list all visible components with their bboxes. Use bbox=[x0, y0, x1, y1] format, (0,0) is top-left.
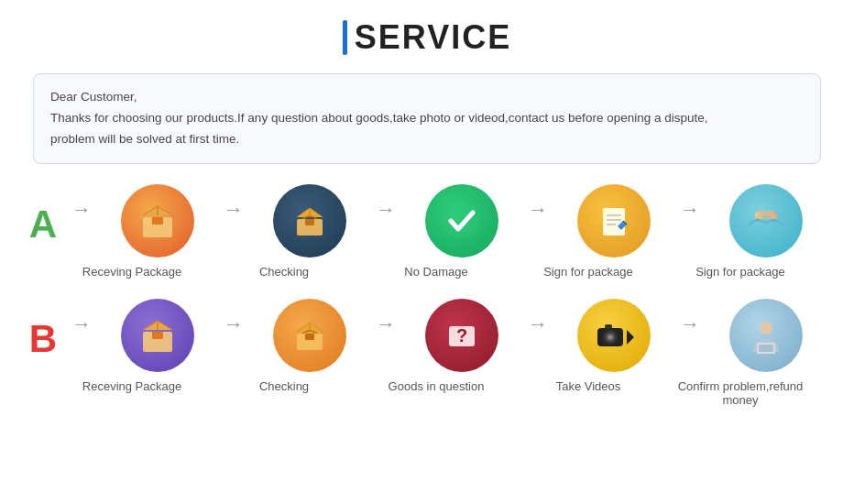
arrow-a1: → bbox=[221, 198, 246, 222]
page-title: SERVICE bbox=[355, 18, 511, 57]
icon-receiving-b bbox=[121, 299, 194, 372]
row-b-icons: B → → bbox=[25, 299, 829, 379]
svg-rect-2 bbox=[152, 217, 163, 225]
page: SERVICE Dear Customer, Thanks for choosi… bbox=[0, 0, 854, 504]
row-b-wrapper: B → → bbox=[25, 299, 829, 407]
step-sign2 bbox=[703, 184, 829, 265]
step-sign1 bbox=[551, 184, 677, 265]
label-nodamage: No Damage bbox=[373, 265, 499, 279]
row-a-icons: A → → bbox=[25, 184, 829, 265]
svg-point-25 bbox=[608, 334, 613, 339]
svg-text:?: ? bbox=[456, 325, 467, 345]
label-sign2: Sign for package bbox=[677, 265, 804, 279]
icon-confirm bbox=[729, 299, 803, 372]
icon-checking-b bbox=[273, 299, 346, 372]
label-sign1: Sign for package bbox=[525, 265, 651, 279]
icon-receiving-a bbox=[121, 184, 194, 257]
arrow-a3: → bbox=[525, 198, 551, 222]
label-receiving-b: Receving Package bbox=[69, 379, 195, 393]
row-b-labels: Receving Package Checking Goods in quest… bbox=[69, 379, 829, 407]
label-confirm: Confirm problem,refund money bbox=[677, 379, 804, 407]
step-receiving-b bbox=[94, 299, 221, 379]
step-confirm bbox=[703, 299, 829, 379]
arrow-a0: → bbox=[69, 198, 94, 222]
title-accent-bar bbox=[343, 20, 347, 55]
svg-rect-19 bbox=[305, 334, 314, 340]
svg-rect-26 bbox=[605, 324, 612, 329]
arrow-b2: → bbox=[373, 312, 399, 336]
arrow-b4: → bbox=[677, 312, 703, 336]
arrow-b1: → bbox=[221, 312, 246, 336]
icon-video bbox=[577, 299, 651, 372]
label-question: Goods in question bbox=[373, 379, 499, 393]
label-video: Take Videos bbox=[525, 379, 651, 393]
row-b-label: B bbox=[25, 317, 61, 361]
row-a-wrapper: A → → bbox=[25, 184, 829, 279]
row-a-label: A bbox=[25, 203, 61, 247]
notice-box: Dear Customer, Thanks for choosing our p… bbox=[33, 73, 821, 164]
svg-rect-16 bbox=[152, 332, 163, 339]
label-receiving-a: Receving Package bbox=[69, 265, 195, 279]
svg-marker-27 bbox=[627, 330, 634, 345]
title-row: SERVICE bbox=[343, 18, 511, 57]
step-checking-b bbox=[246, 299, 373, 379]
step-receiving-a bbox=[94, 184, 221, 265]
step-video bbox=[551, 299, 677, 379]
arrow-a2: → bbox=[373, 198, 399, 222]
row-a-labels: Receving Package Checking No Damage Sign… bbox=[69, 265, 829, 279]
arrow-a4: → bbox=[677, 198, 703, 222]
arrow-b3: → bbox=[525, 312, 551, 336]
notice-line1: Dear Customer, bbox=[50, 87, 804, 108]
step-checking-a bbox=[246, 184, 373, 265]
icon-sign2 bbox=[729, 184, 803, 257]
label-checking-b: Checking bbox=[221, 379, 347, 393]
icon-checking-a bbox=[273, 184, 346, 257]
svg-rect-30 bbox=[759, 345, 773, 352]
icon-nodamage bbox=[425, 184, 498, 257]
step-question: ? bbox=[399, 299, 525, 379]
svg-rect-5 bbox=[305, 219, 314, 225]
icon-question: ? bbox=[425, 299, 498, 372]
label-checking-a: Checking bbox=[221, 265, 347, 279]
notice-line2: Thanks for choosing our products.If any … bbox=[50, 108, 804, 129]
notice-line3: problem will be solved at first time. bbox=[50, 129, 804, 150]
step-nodamage bbox=[399, 184, 525, 265]
svg-point-28 bbox=[760, 322, 772, 334]
icon-sign1 bbox=[577, 184, 651, 257]
svg-rect-7 bbox=[603, 208, 625, 236]
arrow-b0: → bbox=[69, 312, 94, 336]
